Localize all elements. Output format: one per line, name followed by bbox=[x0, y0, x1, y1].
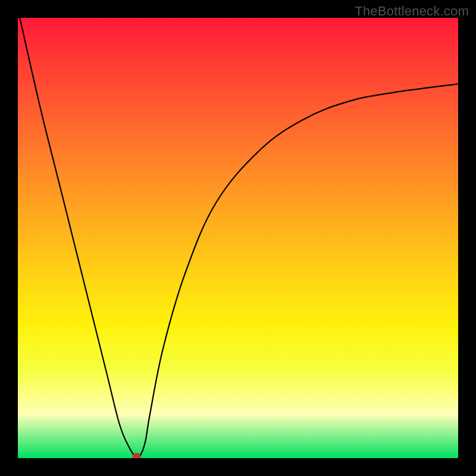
bottleneck-curve bbox=[18, 18, 458, 458]
plot-area bbox=[18, 18, 458, 458]
curve-line bbox=[18, 18, 458, 458]
watermark-text: TheBottleneck.com bbox=[355, 4, 469, 19]
chart-container: TheBottleneck.com bbox=[0, 0, 476, 476]
optimum-marker bbox=[133, 453, 141, 458]
